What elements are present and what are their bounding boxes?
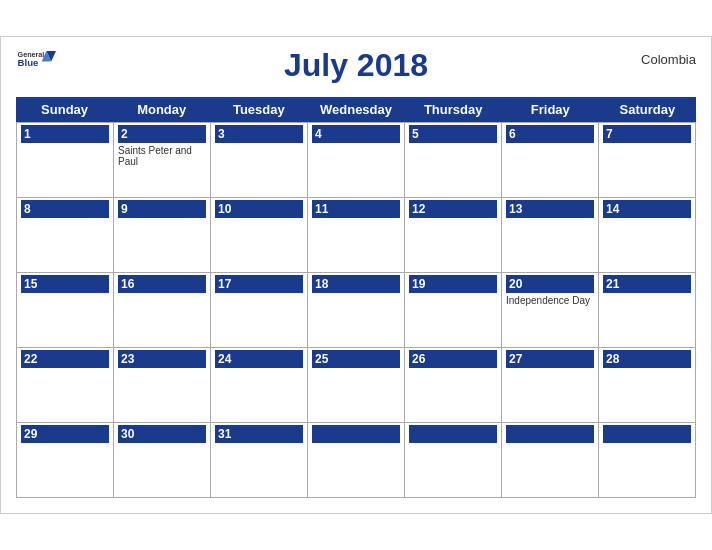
calendar-cell: 16: [114, 273, 211, 348]
cell-day-number: 11: [315, 202, 328, 216]
calendar-cell: 17: [211, 273, 308, 348]
calendar-cell: 10: [211, 198, 308, 273]
calendar-cell: 31: [211, 423, 308, 498]
calendar-cell: 15: [17, 273, 114, 348]
calendar-cell: 7: [599, 123, 696, 198]
cell-day-number: 21: [606, 277, 619, 291]
cell-day-number: 31: [218, 427, 231, 441]
calendar-cell: 20Independence Day: [502, 273, 599, 348]
calendar-cell: 5: [405, 123, 502, 198]
cell-day-number: 9: [121, 202, 128, 216]
calendar: General Blue July 2018 Colombia Sunday M…: [0, 36, 712, 514]
cell-day-number: 5: [412, 127, 419, 141]
cell-day-number: 3: [218, 127, 225, 141]
calendar-cell: 1: [17, 123, 114, 198]
day-header-friday: Friday: [502, 97, 599, 122]
calendar-cell: 4: [308, 123, 405, 198]
cell-day-number: 14: [606, 202, 619, 216]
calendar-cell: 30: [114, 423, 211, 498]
calendar-grid: 12Saints Peter and Paul34567891011121314…: [16, 122, 696, 498]
calendar-cell: 28: [599, 348, 696, 423]
holiday-label: Independence Day: [506, 295, 594, 306]
cell-day-number: 18: [315, 277, 328, 291]
calendar-cell: [599, 423, 696, 498]
calendar-title: July 2018: [284, 47, 428, 84]
day-header-monday: Monday: [113, 97, 210, 122]
cell-day-number: 13: [509, 202, 522, 216]
cell-day-number: 8: [24, 202, 31, 216]
holiday-label: Saints Peter and Paul: [118, 145, 206, 167]
calendar-header: General Blue July 2018 Colombia: [16, 47, 696, 89]
cell-day-number: 17: [218, 277, 231, 291]
calendar-cell: 22: [17, 348, 114, 423]
cell-day-number: 22: [24, 352, 37, 366]
calendar-cell: 27: [502, 348, 599, 423]
cell-day-number: 28: [606, 352, 619, 366]
svg-text:Blue: Blue: [18, 57, 39, 68]
calendar-cell: 8: [17, 198, 114, 273]
day-header-thursday: Thursday: [405, 97, 502, 122]
cell-day-number: 16: [121, 277, 134, 291]
day-header-wednesday: Wednesday: [307, 97, 404, 122]
calendar-cell: 9: [114, 198, 211, 273]
cell-day-number: 7: [606, 127, 613, 141]
cell-day-number: 23: [121, 352, 134, 366]
cell-day-number: 1: [24, 127, 31, 141]
calendar-cell: [405, 423, 502, 498]
calendar-cell: 12: [405, 198, 502, 273]
cell-day-number: 25: [315, 352, 328, 366]
day-headers: Sunday Monday Tuesday Wednesday Thursday…: [16, 97, 696, 122]
logo-icon: General Blue: [16, 47, 56, 75]
cell-day-number: 4: [315, 127, 322, 141]
day-header-saturday: Saturday: [599, 97, 696, 122]
calendar-cell: 3: [211, 123, 308, 198]
calendar-cell: [502, 423, 599, 498]
calendar-cell: 26: [405, 348, 502, 423]
calendar-cell: 23: [114, 348, 211, 423]
cell-day-number: 27: [509, 352, 522, 366]
cell-day-number: 10: [218, 202, 231, 216]
calendar-cell: 18: [308, 273, 405, 348]
calendar-cell: 24: [211, 348, 308, 423]
calendar-cell: 6: [502, 123, 599, 198]
calendar-cell: 19: [405, 273, 502, 348]
cell-day-number: 20: [509, 277, 522, 291]
cell-day-number: 19: [412, 277, 425, 291]
day-header-sunday: Sunday: [16, 97, 113, 122]
calendar-cell: 13: [502, 198, 599, 273]
cell-day-number: 24: [218, 352, 231, 366]
calendar-cell: 25: [308, 348, 405, 423]
cell-day-number: 26: [412, 352, 425, 366]
day-header-tuesday: Tuesday: [210, 97, 307, 122]
calendar-cell: 21: [599, 273, 696, 348]
cell-day-number: 15: [24, 277, 37, 291]
cell-day-number: 30: [121, 427, 134, 441]
cell-day-number: 12: [412, 202, 425, 216]
calendar-cell: [308, 423, 405, 498]
cell-day-number: 29: [24, 427, 37, 441]
cell-day-number: 6: [509, 127, 516, 141]
calendar-cell: 14: [599, 198, 696, 273]
calendar-cell: 11: [308, 198, 405, 273]
calendar-cell: 29: [17, 423, 114, 498]
logo: General Blue: [16, 47, 56, 75]
cell-day-number: 2: [121, 127, 128, 141]
calendar-cell: 2Saints Peter and Paul: [114, 123, 211, 198]
country-label: Colombia: [641, 52, 696, 67]
